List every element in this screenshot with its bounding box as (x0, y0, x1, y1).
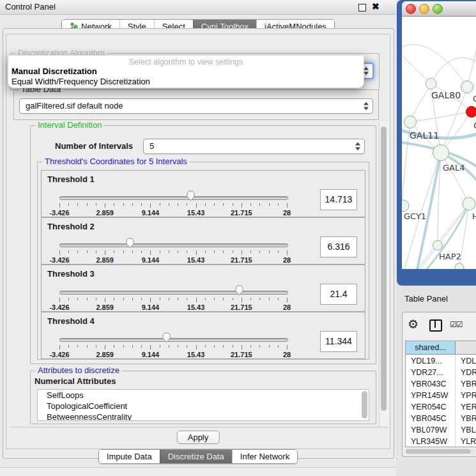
table-row[interactable]: YBR045CYBR0 (406, 413, 476, 424)
column-header-1[interactable]: shared... (406, 341, 456, 355)
tick-mark (59, 345, 60, 349)
attributes-list[interactable]: SelfLoopsTopologicalCoefficientBetweenne… (37, 389, 369, 421)
threshold-value-field[interactable]: 14.713 (320, 189, 357, 210)
tick-mark (278, 298, 279, 300)
tick-mark (287, 345, 288, 349)
select-columns-icon[interactable]: ☑☑ (450, 320, 463, 329)
network-canvas[interactable]: GAL80GACGAL11GAL4GCY1HHAP2 (402, 17, 476, 269)
tick-mark (223, 298, 224, 300)
node-hap2[interactable] (433, 241, 443, 250)
node-table[interactable]: shared...na YDL19...YDL1YDR27...YDR2YBR0… (405, 341, 476, 447)
edge[interactable] (431, 58, 476, 84)
node-h[interactable] (463, 197, 475, 210)
float-window-icon[interactable] (358, 4, 366, 12)
tab-discretize-data[interactable]: Discretize Data (160, 450, 232, 463)
node-bottom[interactable] (455, 263, 464, 269)
tick-label: 15.43 (187, 209, 205, 217)
vertical-scrollbar-thumb[interactable] (381, 127, 387, 411)
table-data-combobox[interactable]: galFiltered.sif default node (19, 98, 373, 114)
tick-mark (87, 203, 88, 206)
node-label: GAL4 (443, 163, 464, 173)
tick-mark (214, 345, 215, 348)
slider-thumb[interactable] (186, 190, 196, 201)
tick-mark (132, 298, 133, 300)
table-row[interactable]: YDR27...YDR2 (406, 367, 476, 378)
slider-tick-labels: -3.4262.8599.14415.4321.71528 (59, 351, 287, 358)
tick-mark (269, 203, 270, 206)
algorithm-popup-hint: Select algorithm to view settings (8, 58, 364, 66)
attribute-list-item[interactable]: BetweennessCentrality (38, 411, 369, 421)
table-data-combo-value: galFiltered.sif default node (26, 101, 123, 111)
table-row[interactable]: YER054CYER0 (406, 401, 476, 413)
horizontal-scrollbar-thumb[interactable] (406, 449, 471, 454)
split-view-icon[interactable] (429, 319, 442, 332)
zoom-traffic-light-icon[interactable] (433, 4, 443, 14)
gear-icon[interactable]: ⚙ (408, 317, 418, 332)
threshold-value-field[interactable]: 6.316 (320, 236, 357, 257)
edge[interactable] (467, 42, 476, 87)
column-header-2[interactable]: na (456, 341, 476, 355)
table-row[interactable]: YPR145WYPR1 (406, 390, 476, 401)
tick-mark (187, 250, 187, 253)
discretize-page: Discretization Algorithm Table Data galF… (6, 34, 390, 449)
table-row[interactable]: YDL19...YDL1 (406, 355, 476, 367)
thresholds-group-title: Threshold's Coordinates for 5 Intervals (42, 157, 190, 166)
cell-shared-name: YDR27... (411, 367, 443, 378)
edge[interactable] (402, 49, 431, 84)
tick-mark (87, 250, 88, 253)
edge[interactable] (410, 84, 431, 122)
edge[interactable] (438, 204, 469, 245)
node-selected-red[interactable] (466, 107, 476, 118)
close-icon[interactable]: ✖ (372, 1, 380, 12)
thick-edge[interactable] (411, 153, 441, 269)
tick-mark (233, 345, 233, 348)
table-row[interactable]: YBL079WYBL0 (406, 424, 476, 436)
algorithm-option[interactable]: Equal Width/Frequency Discretization (12, 77, 150, 86)
slider-thumb[interactable] (162, 332, 171, 343)
tick-mark (269, 298, 270, 300)
threshold-slider[interactable]: -3.4262.8599.14415.4321.71528 (59, 240, 287, 264)
threshold-slider[interactable]: -3.4262.8599.14415.4321.71528 (59, 287, 287, 311)
algorithm-option[interactable]: Manual Discretization (12, 66, 97, 76)
tick-label: 2.859 (96, 209, 114, 217)
tab-content-panel: Discretization Algorithm Table Data galF… (3, 28, 394, 459)
threshold-value-field[interactable]: 21.4 (320, 284, 357, 305)
table-row[interactable]: YBR043CYBR0 (406, 378, 476, 390)
slider-thumb[interactable] (125, 238, 135, 249)
network-window-titlebar[interactable] (402, 1, 476, 17)
slider-tick-labels: -3.4262.8599.14415.4321.71528 (59, 303, 287, 311)
attributes-list-scrollbar[interactable] (362, 391, 367, 418)
node-gal11[interactable] (404, 116, 417, 128)
tick-mark (123, 345, 124, 348)
node-gal4[interactable] (433, 145, 449, 161)
minimize-traffic-light-icon[interactable] (419, 4, 429, 14)
combo-arrows-icon (364, 102, 369, 111)
node-pink[interactable] (426, 79, 436, 89)
tick-mark (196, 298, 197, 302)
tick-label: 28 (283, 209, 291, 217)
tick-mark (178, 345, 178, 348)
threshold-slider[interactable]: -3.4262.8599.14415.4321.71528 (59, 334, 287, 358)
tick-mark (123, 203, 124, 206)
tick-mark (278, 250, 279, 253)
network-graph: GAL80GACGAL11GAL4GCY1HHAP2 (402, 17, 476, 269)
node-top-right[interactable] (461, 81, 473, 93)
threshold-slider[interactable]: -3.4262.8599.14415.4321.71528 (59, 192, 287, 217)
close-traffic-light-icon[interactable] (406, 4, 416, 14)
tab-infer-network[interactable]: Infer Network (232, 450, 297, 463)
table-panel-toolbar: ⚙ ☑☑ (403, 314, 476, 337)
table-row[interactable]: YLR345WYLR3 (406, 436, 476, 447)
attribute-list-item[interactable]: SelfLoops (38, 390, 369, 401)
num-intervals-combobox[interactable]: 5 (143, 139, 365, 154)
edge[interactable] (472, 112, 476, 151)
threshold-value-field[interactable]: 11.344 (320, 331, 357, 352)
edge[interactable] (410, 112, 472, 122)
node-gcy1[interactable] (402, 200, 409, 211)
attribute-list-item[interactable]: TopologicalCoefficient (38, 401, 369, 411)
tab-impute-data[interactable]: Impute Data (99, 450, 160, 463)
slider-thumb[interactable] (234, 285, 244, 296)
horizontal-scrollbar[interactable] (405, 449, 476, 454)
vertical-scrollbar[interactable] (379, 121, 388, 427)
threshold-label: Threshold 4 (47, 316, 95, 326)
apply-button[interactable]: Apply (177, 431, 220, 444)
